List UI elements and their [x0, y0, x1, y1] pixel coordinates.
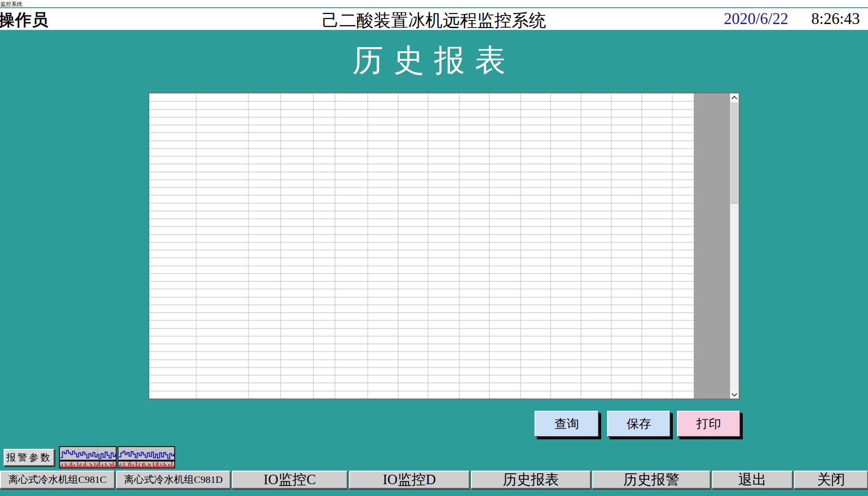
query-button[interactable]: 查询 [535, 411, 599, 437]
save-button[interactable]: 保存 [607, 411, 671, 437]
history-report-table[interactable] [148, 92, 740, 399]
scroll-up-button[interactable] [730, 93, 739, 102]
nav-button-exit[interactable]: 退出 [712, 471, 793, 489]
nav-button-close[interactable]: 关闭 [794, 471, 868, 489]
print-button[interactable]: 打印 [677, 411, 740, 437]
nav-button-io-monitor-c[interactable]: IO监控C [232, 471, 348, 489]
page-title: 历史报表 [0, 40, 868, 81]
trend-preview-2-icon[interactable] [118, 446, 175, 468]
nav-button-history-report[interactable]: 历史报表 [471, 471, 591, 489]
alarm-params-button[interactable]: 报警参数 [4, 449, 54, 466]
trend-preview-1-icon[interactable] [59, 446, 117, 468]
nav-button-io-monitor-d[interactable]: IO监控D [349, 471, 470, 489]
nav-button-history-alarm[interactable]: 历史报警 [592, 471, 711, 489]
scrollbar-thumb[interactable] [731, 102, 738, 204]
datetime-display: 2020/6/22 8:26:43 [724, 10, 860, 28]
window-title-strip: 监控系统 [0, 0, 868, 8]
system-label: 监控系统 [0, 0, 22, 8]
scroll-down-button[interactable] [730, 390, 739, 399]
nav-button-chiller-c981d[interactable]: 离心式冷水机组C981D [116, 471, 230, 489]
bottom-navbar: 离心式冷水机组C981C离心式冷水机组C981DIO监控CIO监控D历史报表历史… [0, 471, 868, 489]
header-bar: 操作员 己二酸装置冰机远程监控系统 2020/6/22 8:26:43 [0, 8, 868, 30]
table-filler-area [694, 93, 730, 399]
vertical-scrollbar[interactable] [730, 93, 739, 399]
nav-button-chiller-c981c[interactable]: 离心式冷水机组C981C [0, 471, 115, 489]
chevron-up-icon [731, 96, 737, 102]
chevron-down-icon [731, 391, 737, 397]
date-display: 2020/6/22 [724, 10, 788, 28]
report-grid[interactable] [149, 93, 694, 399]
time-display: 8:26:43 [811, 10, 860, 28]
